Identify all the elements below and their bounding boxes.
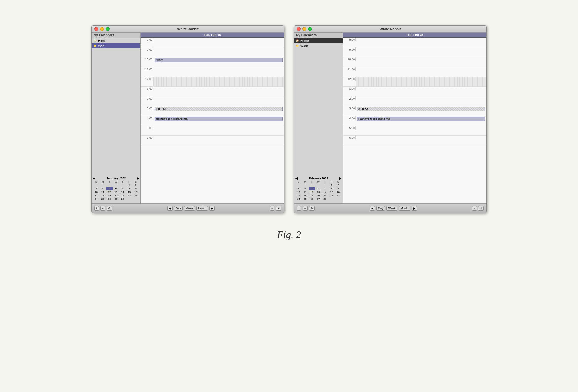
minimize-button-right[interactable] <box>302 27 306 31</box>
week-view-button-left[interactable]: Week <box>184 206 195 211</box>
remove-event-button-left[interactable]: − <box>100 206 105 211</box>
time-content-1000-right <box>356 57 486 67</box>
event-300-right[interactable]: 3:00PM <box>357 107 485 111</box>
day-view-button-left[interactable]: Day <box>174 206 183 211</box>
sidebar-item-work-left[interactable]: 📁 Work <box>92 43 140 48</box>
time-label-200-right: 2:00 <box>343 96 356 100</box>
toolbar-center-right: ◀ Day Week Month ▶ <box>370 206 417 211</box>
time-content-300-left: 3:00PM <box>153 106 284 116</box>
calendar-settings-button-left[interactable]: ⊙ <box>107 206 112 211</box>
time-slot-800-right: 8:00 <box>343 38 486 47</box>
mini-calendar-right: ◀ February 2002 ▶ S M T W T F <box>294 175 343 202</box>
time-slot-1100-left: 11:00 <box>141 67 284 77</box>
time-content-1000-left: 10am <box>153 57 284 67</box>
nav-prev-button-left[interactable]: ◀ <box>167 206 173 211</box>
time-label-1200-right: 12:00 <box>343 77 356 81</box>
time-slot-1100-right: 11:00 <box>343 67 486 77</box>
event-1000-left[interactable]: 10am <box>155 58 283 62</box>
window-left: White Rabbit My Calendars 🏠 Home 📁 Work <box>91 25 284 213</box>
time-slot-500-right: 5:00 <box>343 126 486 136</box>
sidebar-right: My Calendars 🏠 Home 📁 Work ◀ February 20… <box>294 33 343 203</box>
time-slot-600-right: 6:00 <box>343 136 486 145</box>
time-slot-1000-right: 10:00 <box>343 57 486 67</box>
share-button-left[interactable]: ↗ <box>276 206 281 211</box>
cal-header-right: Tue, Feb 05 <box>343 33 486 38</box>
sidebar-calendar-right: ◀ February 2002 ▶ S M T W T F <box>294 48 343 203</box>
window-title-left: White Rabbit <box>177 27 198 31</box>
mini-cal-next-left[interactable]: ▶ <box>137 177 139 180</box>
my-calendars-label-right: My Calendars <box>295 33 341 37</box>
titlebar-right: White Rabbit <box>294 26 486 33</box>
calendar-settings-button-right[interactable]: ⊙ <box>309 206 315 211</box>
mini-cal-grid-right: S M T W T F S <box>295 181 341 201</box>
nav-prev-button-right[interactable]: ◀ <box>370 206 375 211</box>
time-label-400-right: 4:00 <box>343 116 356 120</box>
main-area-right: Tue, Feb 05 8:00 9:00 10:00 <box>343 33 486 203</box>
time-content-1100-right <box>356 67 486 77</box>
share-button-right[interactable]: ↗ <box>478 206 484 211</box>
list-view-button-right[interactable]: ≡ <box>472 206 477 211</box>
time-label-300-right: 3:00 <box>343 106 356 110</box>
time-content-1200-left <box>153 77 284 86</box>
time-content-1100-left <box>153 67 284 77</box>
time-content-100-right <box>356 87 486 96</box>
week-view-button-right[interactable]: Week <box>386 206 397 211</box>
time-content-800-left <box>153 38 284 47</box>
close-button-right[interactable] <box>297 27 301 31</box>
list-view-button-left[interactable]: ≡ <box>270 206 274 211</box>
time-label-600-left: 6:00 <box>141 136 153 139</box>
sidebar-item-work-right[interactable]: 📁 Work <box>294 43 343 48</box>
day-view-button-right[interactable]: Day <box>376 206 385 211</box>
time-slot-200-left: 2:00 <box>141 96 284 106</box>
time-content-200-left <box>153 96 284 106</box>
time-label-400-left: 4:00 <box>141 116 153 120</box>
time-slots-left: 8:00 9:00 10:00 10am 11:00 <box>141 38 284 203</box>
time-content-300-right: 3:00PM <box>356 106 486 116</box>
time-content-1200-right <box>356 77 486 86</box>
add-event-button-left[interactable]: + <box>94 206 99 211</box>
remove-event-button-right[interactable]: − <box>303 206 307 211</box>
event-400-right[interactable]: Nathan's to his grand ma <box>357 117 485 121</box>
time-label-200-left: 2:00 <box>141 96 153 100</box>
time-content-600-left <box>153 136 284 145</box>
my-calendars-label-left: My Calendars <box>93 33 139 37</box>
mini-cal-prev-right[interactable]: ◀ <box>295 177 298 180</box>
time-content-800-right <box>356 38 486 47</box>
time-content-400-right: Nathan's to his grand ma <box>356 116 486 126</box>
add-event-button-right[interactable]: + <box>297 206 301 211</box>
time-label-500-left: 5:00 <box>141 126 153 130</box>
time-slot-300-right: 3:00 3:00PM <box>343 106 486 116</box>
time-slot-400-right: 4:00 Nathan's to his grand ma <box>343 116 486 126</box>
zoom-button-right[interactable] <box>308 27 312 31</box>
sidebar-item-home-left[interactable]: 🏠 Home <box>92 38 140 43</box>
nav-next-button-right[interactable]: ▶ <box>412 206 417 211</box>
toolbar-left-right: + − ⊙ <box>297 206 315 211</box>
time-label-900-left: 9:00 <box>141 47 153 51</box>
sidebar-item-home-right[interactable]: 🏠 Home <box>294 38 343 43</box>
time-label-1000-right: 10:00 <box>343 57 356 61</box>
sidebar-top-right: My Calendars <box>294 33 343 38</box>
minimize-button-left[interactable] <box>100 27 104 31</box>
sidebar-item-label-home-left: Home <box>98 39 107 43</box>
time-slot-600-left: 6:00 <box>141 136 284 145</box>
nav-next-button-left[interactable]: ▶ <box>209 206 215 211</box>
event-400-left[interactable]: Nathan's to his grand ma <box>155 117 283 121</box>
sidebar-left: My Calendars 🏠 Home 📁 Work ◀ February 20… <box>92 33 141 203</box>
time-content-500-left <box>153 126 284 135</box>
close-button-left[interactable] <box>94 27 98 31</box>
bottom-toolbar-right: + − ⊙ ◀ Day Week Month ▶ ≡ ↗ <box>294 203 486 213</box>
titlebar-left: White Rabbit <box>92 26 284 33</box>
mini-cal-next-right[interactable]: ▶ <box>339 177 341 180</box>
traffic-lights-right <box>297 27 312 31</box>
mini-cal-prev-left[interactable]: ◀ <box>93 177 95 180</box>
window-body-right: My Calendars 🏠 Home 📁 Work ◀ February 20… <box>294 33 486 203</box>
time-label-1100-right: 11:00 <box>343 67 356 71</box>
zoom-button-left[interactable] <box>106 27 110 31</box>
event-300-left[interactable]: 3:00PM <box>155 107 283 111</box>
mini-cal-month-right: February 2002 <box>309 177 328 180</box>
mini-cal-header-left: ◀ February 2002 ▶ <box>93 177 139 180</box>
month-view-button-right[interactable]: Month <box>399 206 410 211</box>
time-label-800-left: 8:00 <box>141 38 153 41</box>
month-view-button-left[interactable]: Month <box>196 206 208 211</box>
time-slot-1200-left: 12:00 <box>141 77 284 87</box>
